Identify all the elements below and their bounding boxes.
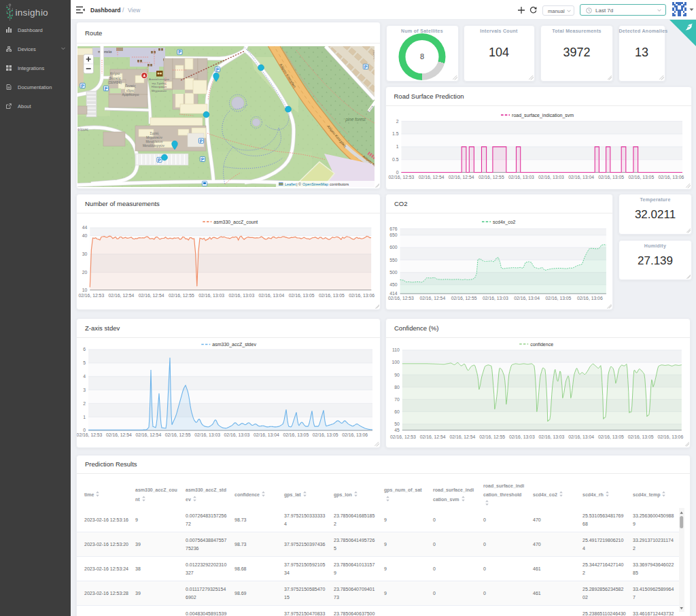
- svg-text:Leaflet: Leaflet: [285, 182, 296, 186]
- svg-text:(ΣΕΜΦΕ): (ΣΕΜΦΕ): [108, 81, 122, 84]
- svg-text:1: 1: [396, 144, 398, 149]
- svg-text:P: P: [216, 67, 220, 72]
- svg-text:02/16, 13:04: 02/16, 13:04: [514, 296, 540, 301]
- svg-text:02/16, 12:55: 02/16, 12:55: [478, 175, 504, 179]
- svg-text:50: 50: [394, 422, 400, 426]
- svg-text:02/16, 12:54: 02/16, 12:54: [139, 293, 164, 298]
- svg-text:02/16, 12:54: 02/16, 12:54: [448, 175, 474, 179]
- svg-text:02/16, 13:05: 02/16, 13:05: [598, 434, 624, 439]
- svg-text:02/16, 12:54: 02/16, 12:54: [418, 175, 444, 179]
- svg-text:02/16, 13:06: 02/16, 13:06: [658, 175, 684, 179]
- svg-text:450: 450: [389, 282, 398, 287]
- svg-text:asm330_accZ_stdev: asm330_accZ_stdev: [212, 342, 256, 347]
- svg-text:02/16, 13:03: 02/16, 13:03: [194, 432, 220, 437]
- svg-text:1: 1: [83, 415, 86, 420]
- svg-text:1.5: 1.5: [392, 131, 399, 136]
- svg-text:confidence: confidence: [530, 342, 553, 347]
- svg-text:02/16, 13:05: 02/16, 13:05: [313, 432, 338, 437]
- svg-text:Φυσικής: Φυσικής: [109, 76, 122, 80]
- svg-text:500: 500: [389, 270, 398, 275]
- svg-text:Μηχανικών: Μηχανικών: [146, 135, 162, 139]
- svg-text:02/16, 12:54: 02/16, 12:54: [420, 434, 446, 439]
- svg-text:OpenStreetMap: OpenStreetMap: [302, 182, 328, 186]
- svg-text:10: 10: [82, 288, 88, 292]
- svg-text:P: P: [81, 84, 84, 88]
- svg-text:02/16, 12:55: 02/16, 12:55: [165, 432, 191, 437]
- svg-text:02/16, 13:05: 02/16, 13:05: [628, 434, 654, 439]
- svg-text:έδρες: έδρες: [126, 88, 135, 92]
- svg-text:650: 650: [389, 233, 398, 237]
- svg-text:P: P: [158, 158, 161, 162]
- svg-text:02/16, 13:06: 02/16, 13:06: [342, 432, 368, 437]
- svg-text:της Σχολής: της Σχολής: [152, 82, 167, 85]
- svg-text:Σχολή: Σχολή: [150, 131, 159, 135]
- svg-text:02/16, 13:05: 02/16, 13:05: [289, 293, 315, 298]
- svg-text:02/16, 13:05: 02/16, 13:05: [628, 175, 654, 179]
- svg-text:02/16, 13:04: 02/16, 13:04: [254, 432, 279, 437]
- svg-text:110: 110: [392, 347, 400, 352]
- svg-text:02/16, 13:06: 02/16, 13:06: [349, 293, 375, 298]
- svg-text:02/16, 13:03: 02/16, 13:03: [198, 293, 224, 298]
- svg-text:600: 600: [389, 245, 398, 250]
- svg-text:P: P: [201, 157, 205, 162]
- svg-text:44: 44: [82, 225, 88, 230]
- svg-text:02/16, 13:03: 02/16, 13:03: [509, 434, 535, 439]
- svg-text:asm330_accZ_count: asm330_accZ_count: [213, 220, 258, 225]
- svg-text:φάρμες: φάρμες: [77, 127, 89, 131]
- svg-text:road_surface_indication_svm: road_surface_indication_svm: [512, 112, 574, 118]
- svg-text:Κτήριο: Κτήριο: [110, 71, 120, 75]
- svg-text:P: P: [200, 139, 203, 143]
- svg-text:02/16, 13:05: 02/16, 13:05: [598, 175, 624, 179]
- svg-text:90: 90: [394, 373, 400, 377]
- svg-text:40: 40: [82, 233, 88, 238]
- svg-text:Ανακαλυπτήριο: Ανακαλυπτήριο: [149, 78, 169, 81]
- svg-text:02/16, 13:04: 02/16, 13:04: [568, 434, 594, 439]
- svg-text:P: P: [364, 65, 368, 69]
- svg-text:30: 30: [82, 252, 88, 256]
- svg-text:20: 20: [82, 270, 88, 275]
- svg-text:02/16, 13:06: 02/16, 13:06: [657, 434, 683, 439]
- svg-text:6: 6: [83, 347, 86, 352]
- svg-text:02/16, 13:06: 02/16, 13:06: [577, 296, 603, 301]
- svg-text:02/16, 13:03: 02/16, 13:03: [539, 434, 565, 439]
- svg-text:Μεταλλείων: Μεταλλείων: [146, 140, 163, 143]
- svg-text:2: 2: [396, 118, 398, 123]
- svg-text:Αμφιθέατρο: Αμφιθέατρο: [122, 92, 139, 97]
- svg-text:02/16, 13:03: 02/16, 13:03: [483, 296, 508, 301]
- svg-text:Ηλεκτρικών: Ηλεκτρικών: [152, 85, 167, 88]
- svg-text:P: P: [178, 50, 181, 54]
- svg-text:02/16, 12:53: 02/16, 12:53: [390, 434, 416, 439]
- svg-text:insigh: insigh: [16, 7, 41, 18]
- svg-text:02/16, 12:54: 02/16, 12:54: [135, 432, 161, 437]
- svg-text:02/16, 13:05: 02/16, 13:05: [546, 296, 572, 301]
- svg-text:02/16, 12:54: 02/16, 12:54: [106, 432, 132, 437]
- svg-text:| ©: | ©: [296, 182, 301, 186]
- svg-text:80: 80: [394, 385, 400, 390]
- svg-text:02/16, 12:53: 02/16, 12:53: [78, 293, 104, 298]
- svg-text:02/16, 12:55: 02/16, 12:55: [169, 293, 194, 298]
- svg-text:02/16, 12:55: 02/16, 12:55: [479, 434, 505, 439]
- svg-text:0: 0: [396, 169, 398, 174]
- svg-text:45: 45: [394, 428, 400, 432]
- svg-text:100: 100: [392, 360, 400, 364]
- svg-text:io: io: [41, 7, 48, 18]
- svg-text:550: 550: [389, 258, 398, 262]
- svg-text:60: 60: [394, 409, 400, 414]
- svg-text:02/16, 13:03: 02/16, 13:03: [224, 432, 250, 437]
- svg-text:4: 4: [83, 374, 86, 379]
- svg-text:contributors: contributors: [330, 182, 349, 186]
- svg-text:02/16, 13:03: 02/16, 13:03: [228, 293, 254, 298]
- svg-text:02/16, 12:53: 02/16, 12:53: [77, 432, 103, 437]
- svg-text:02/16, 12:54: 02/16, 12:54: [419, 296, 445, 301]
- svg-text:pine forest: pine forest: [345, 117, 366, 122]
- svg-text:02/16, 12:54: 02/16, 12:54: [450, 434, 476, 439]
- svg-text:P: P: [105, 86, 108, 91]
- svg-text:02/16, 13:03: 02/16, 13:03: [508, 175, 534, 179]
- svg-text:02/16, 13:03: 02/16, 13:03: [538, 175, 564, 179]
- svg-text:5: 5: [83, 360, 86, 365]
- svg-text:Μηχανικών: Μηχανικών: [152, 89, 167, 92]
- svg-text:02/16, 12:54: 02/16, 12:54: [109, 293, 135, 298]
- svg-text:2: 2: [83, 401, 86, 406]
- svg-text:scd4x_co2: scd4x_co2: [493, 220, 516, 225]
- svg-text:02/16, 13:04: 02/16, 13:04: [568, 175, 594, 179]
